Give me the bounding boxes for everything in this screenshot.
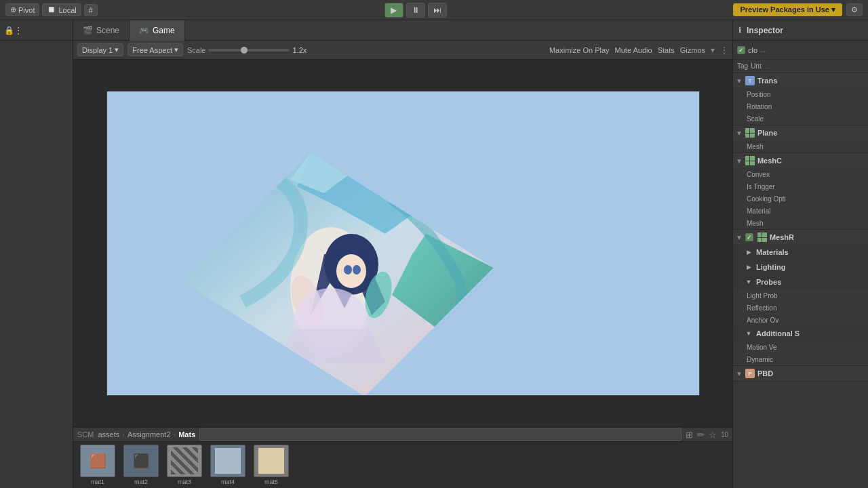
bottom-icon-count: 10 [721,431,728,439]
display-chevron: ▾ [115,45,119,54]
section-plane-header[interactable]: ▼ Plane [733,125,868,140]
aspect-dropdown[interactable]: Free Aspect ▾ [127,43,183,56]
play-button[interactable]: ▶ [384,3,403,18]
transform-chevron: ▼ [736,77,743,85]
lighting-chevron: ▶ [744,262,753,272]
grid-button[interactable]: # [84,4,98,16]
game-view[interactable] [73,60,732,427]
transform-title: Trans [757,77,777,85]
prop-convex: Convex [733,168,868,180]
asset-label-3: mat3 [178,479,191,485]
display-label: Display 1 [82,46,113,54]
mesh-renderer-icon [757,232,767,242]
bottom-icon-2[interactable]: ✏ [697,430,705,440]
step-icon: ⏭ [433,5,441,15]
display-dropdown[interactable]: Display 1 ▾ [77,43,123,56]
list-item[interactable]: mat3 [164,445,205,485]
materials-header[interactable]: ▶ Materials [733,245,868,260]
mute-audio-button[interactable]: Mute Audio [615,46,652,54]
local-icon: 🔲 [47,5,56,14]
additional-title: Additional S [756,329,800,338]
pbd-title: PBD [757,369,773,378]
additional-chevron: ▼ [744,329,753,338]
stats-button[interactable]: Stats [658,46,675,54]
anchor-override-label: Anchor Ov [747,317,863,324]
motion-vectors-label: Motion Ve [747,344,863,351]
section-mesh-collider: ▼ MeshC Convex Is Trigger Cooking Opti M… [733,153,868,230]
additional-header[interactable]: ▼ Additional S [733,326,868,341]
mesh-renderer-title: MeshR [770,233,794,241]
inspector-header: ℹ Inspector [733,20,868,41]
preview-packages-button[interactable]: Preview Packages in Use ▾ [733,3,842,16]
object-active-checkbox[interactable]: ✓ [737,46,745,54]
scale-value: 1.2x [292,46,307,54]
lighting-header[interactable]: ▶ Lighting [733,260,868,274]
list-item[interactable]: ⬛ mat2 [121,445,161,485]
settings-button[interactable]: ⚙ [846,3,863,16]
aspect-chevron: ▾ [174,45,178,54]
material-label: Material [747,207,863,215]
pause-button[interactable]: ⏸ [406,3,425,18]
asset-count: 10 [721,431,728,439]
section-plane: ▼ Plane Mesh [733,125,868,153]
section-transform: ▼ T Trans Position Rotation Scale [733,73,868,125]
pbd-chevron: ▼ [736,370,743,378]
prop-reflection-probe: Reflection [733,302,868,314]
top-toolbar: ⊕ Pivot 🔲 Local # ▶ ⏸ ⏭ Preview Packages… [0,0,868,20]
probes-chevron: ▼ [744,277,753,287]
prop-rotation: Rotation [733,100,868,113]
game-toolbar-more[interactable]: ⋮ [720,45,728,55]
grid-icon: # [89,6,93,14]
section-transform-header[interactable]: ▼ T Trans [733,73,868,88]
mesh-collider-title: MeshC [757,157,782,165]
scale-prop-label: Scale [747,115,863,123]
convex-label: Convex [747,171,863,178]
asset-thumb-4 [210,445,245,477]
sidebar-top: 🔒 ⋮ [0,20,73,41]
breadcrumb-current: Mats [178,430,195,439]
list-item[interactable]: mat4 [208,445,248,485]
section-mesh-collider-header[interactable]: ▼ MeshC [733,153,868,168]
list-item[interactable]: mat5 [251,445,292,485]
dynamic-label: Dynamic [747,356,863,363]
prop-position: Position [733,88,868,100]
settings-icon: ⚙ [851,5,858,14]
anime-figure-svg [175,146,500,396]
mesh-renderer-checkbox[interactable]: ✓ [745,233,753,241]
scale-slider[interactable] [208,49,290,52]
prop-material: Material [733,205,868,217]
project-label: SCM [77,430,94,439]
pivot-button[interactable]: ⊕ Pivot [5,3,39,16]
inspector-title: Inspector [747,26,783,35]
game-canvas [106,91,700,396]
cooking-options-label: Cooking Opti [747,195,863,203]
tab-scene[interactable]: 🎬 Scene [73,20,130,41]
bottom-icon-1[interactable]: ⊞ [686,430,693,440]
local-button[interactable]: 🔲 Local [42,3,81,16]
more-icon[interactable]: ⋮ [14,26,22,35]
asset-label-2: mat2 [134,479,148,485]
local-label: Local [58,6,76,14]
list-item[interactable]: 🟫 mat1 [77,445,118,485]
tab-game[interactable]: 🎮 Game [130,20,185,41]
bottom-icon-star[interactable]: ☆ [709,430,717,440]
search-input[interactable] [199,428,682,441]
breadcrumb-assets[interactable]: assets [98,430,119,439]
section-pbd-header[interactable]: ▼ P PBD [733,366,868,381]
asset-thumb-1: 🟫 [80,445,115,477]
game-toolbar: Display 1 ▾ Free Aspect ▾ Scale 1.2x Max… [73,41,732,60]
section-mesh-renderer: ▼ ✓ MeshR ▶ Materials ▶ Lighting ▼ [733,230,868,366]
asset-browser: 🟫 mat1 ⬛ mat2 mat3 [73,442,732,488]
asset-thumb-5 [254,445,289,477]
probes-header[interactable]: ▼ Probes [733,274,868,289]
probes-title: Probes [756,278,781,286]
step-button[interactable]: ⏭ [428,3,447,18]
breadcrumb-assignment[interactable]: Assignment2 [127,430,171,439]
playback-controls: ▶ ⏸ ⏭ [100,3,731,18]
gizmos-button[interactable]: Gizmos [680,46,705,54]
section-mesh-renderer-header[interactable]: ▼ ✓ MeshR [733,230,868,245]
maximize-on-play-button[interactable]: Maximize On Play [549,46,610,54]
gizmos-chevron: ▾ [711,45,715,55]
prop-cooking-options: Cooking Opti [733,192,868,205]
lighting-title: Lighting [756,263,785,271]
